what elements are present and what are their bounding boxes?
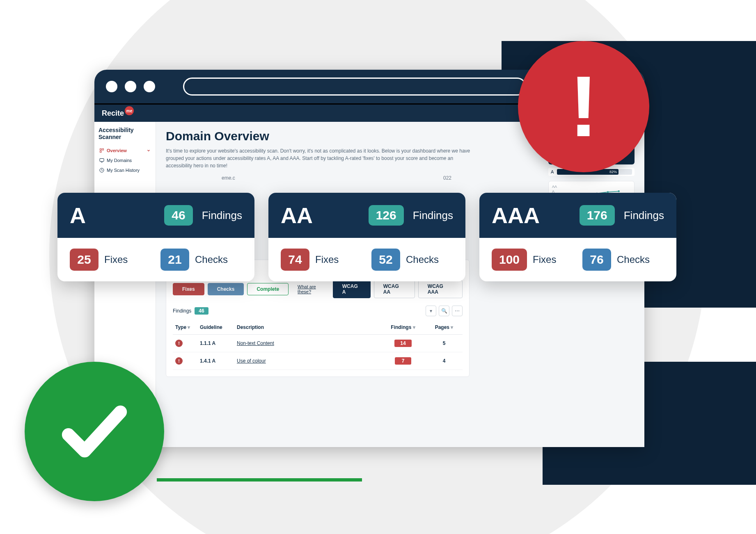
filter-icon[interactable]: ▾ xyxy=(426,306,436,316)
sort-icon[interactable]: ▾ xyxy=(451,324,453,330)
cell-guideline: 1.1.1 A xyxy=(200,340,215,346)
checkmark-icon xyxy=(55,393,133,470)
grid-icon xyxy=(99,148,104,153)
findings-badge: 46 xyxy=(164,205,192,226)
checks-badge: 76 xyxy=(582,249,611,271)
error-icon: ! xyxy=(175,340,183,347)
score-bar-label: A xyxy=(551,169,554,174)
tab-checks[interactable]: Checks xyxy=(208,283,244,295)
col-type[interactable]: Type xyxy=(175,324,186,330)
brand-name: Recite xyxy=(102,109,124,118)
page-title: Domain Overview xyxy=(166,129,478,143)
cell-pages: 4 xyxy=(443,358,446,364)
help-link[interactable]: What are these? xyxy=(298,284,330,294)
summary-card-aa: AA 126 Findings 74Fixes 52Checks xyxy=(268,193,465,281)
sort-icon[interactable]: ▾ xyxy=(188,324,190,330)
sidebar-item-label: My Domains xyxy=(107,158,132,163)
summary-cards-row: A 46 Findings 25Fixes 21Checks AA 126 Fi… xyxy=(57,193,676,281)
checks-badge: 52 xyxy=(371,249,400,271)
grade-label: A xyxy=(70,203,155,228)
more-icon[interactable]: ⋯ xyxy=(452,306,463,316)
fixes-badge: 25 xyxy=(70,249,99,271)
grade-label: AA xyxy=(281,203,360,228)
col-pages[interactable]: Pages xyxy=(435,324,449,330)
svg-rect-2 xyxy=(100,151,102,153)
summary-card-a: A 46 Findings 25Fixes 21Checks xyxy=(57,193,254,281)
traffic-light-icon xyxy=(144,81,155,92)
findings-label: Findings xyxy=(624,209,664,222)
col-findings[interactable]: Findings xyxy=(391,324,411,330)
svg-point-12 xyxy=(618,190,619,192)
brand-suffix: me xyxy=(125,106,134,115)
traffic-light-icon xyxy=(106,81,117,92)
clock-icon xyxy=(99,168,104,173)
traffic-light-icon xyxy=(125,81,136,92)
sidebar-item-overview[interactable]: Overview xyxy=(99,146,151,155)
cell-guideline: 1.4.1 A xyxy=(200,358,215,364)
col-description[interactable]: Description xyxy=(234,320,380,335)
findings-table: Type ▾ Guideline Description Findings ▾ … xyxy=(173,320,463,370)
sidebar-item-scan-history[interactable]: My Scan History xyxy=(99,165,151,175)
cell-findings: 14 xyxy=(394,340,411,347)
svg-rect-3 xyxy=(100,158,104,161)
findings-count-badge: 46 xyxy=(195,307,208,315)
sidebar-item-label: Overview xyxy=(107,148,127,153)
monitor-icon xyxy=(99,158,104,163)
tab-fixes[interactable]: Fixes xyxy=(173,283,204,295)
success-icon xyxy=(25,362,164,501)
chart-y-label: AA xyxy=(552,185,557,189)
cell-description[interactable]: Use of colour xyxy=(237,358,266,364)
url-fragment: eme.c xyxy=(222,175,235,181)
chevron-down-icon xyxy=(147,148,151,153)
findings-count-label: Findings xyxy=(173,308,191,314)
search-icon[interactable]: 🔍 xyxy=(439,306,449,316)
fixes-badge: 100 xyxy=(492,249,527,271)
findings-badge: 126 xyxy=(369,205,404,226)
wcag-aaa-toggle[interactable]: WCAG AAA xyxy=(418,280,463,298)
page-intro: It's time to explore your website's acce… xyxy=(166,147,478,169)
fixes-label: Fixes xyxy=(315,254,339,265)
svg-rect-1 xyxy=(102,148,104,150)
checks-label: Checks xyxy=(195,254,228,265)
checks-label: Checks xyxy=(406,254,439,265)
tab-complete[interactable]: Complete xyxy=(247,283,289,295)
wcag-aa-toggle[interactable]: WCAG AA xyxy=(374,280,415,298)
svg-rect-0 xyxy=(100,148,102,150)
address-bar[interactable] xyxy=(183,78,526,96)
wcag-a-toggle[interactable]: WCAG A xyxy=(333,280,371,298)
checks-badge: 21 xyxy=(160,249,189,271)
sort-icon[interactable]: ▾ xyxy=(413,324,415,330)
grade-label: AAA xyxy=(492,203,570,228)
col-guideline[interactable]: Guideline xyxy=(197,320,234,335)
findings-label: Findings xyxy=(202,209,242,222)
findings-label: Findings xyxy=(413,209,453,222)
summary-card-aaa: AAA 176 Findings 100Fixes 76Checks xyxy=(479,193,676,281)
fixes-badge: 74 xyxy=(281,249,309,271)
sidebar-title: Accessibility Scanner xyxy=(99,127,151,141)
cell-findings: 7 xyxy=(395,357,411,365)
error-icon: ! xyxy=(175,357,183,365)
exclamation-icon: ! xyxy=(569,64,598,150)
fixes-label: Fixes xyxy=(533,254,556,265)
date-fragment: 022 xyxy=(443,175,451,181)
cell-description[interactable]: Non-text Content xyxy=(237,340,274,346)
decorative-underline xyxy=(157,478,362,482)
sidebar-item-label: My Scan History xyxy=(107,168,140,173)
table-row[interactable]: ! 1.4.1 A Use of colour 7 4 xyxy=(173,352,463,370)
table-row[interactable]: ! 1.1.1 A Non-text Content 14 5 xyxy=(173,335,463,352)
checks-label: Checks xyxy=(617,254,650,265)
sidebar-item-my-domains[interactable]: My Domains xyxy=(99,155,151,165)
findings-badge: 176 xyxy=(580,205,615,226)
cell-pages: 5 xyxy=(443,340,446,346)
alert-icon: ! xyxy=(518,41,649,172)
fixes-label: Fixes xyxy=(104,254,128,265)
